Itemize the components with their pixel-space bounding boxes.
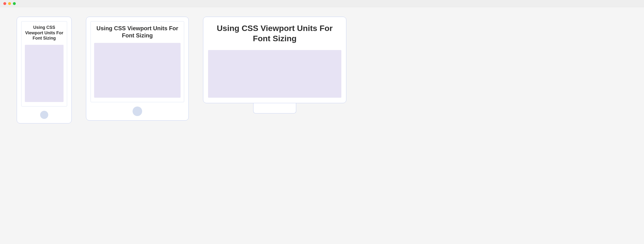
desktop-monitor-stand-icon [253,103,296,114]
tablet-headline: Using CSS Viewport Units For Font Sizing [94,25,180,39]
desktop-content-placeholder [208,50,341,98]
desktop-monitor: Using CSS Viewport Units For Font Sizing [203,17,346,103]
window-chrome [0,0,644,7]
phone-screen: Using CSS Viewport Units For Font Sizing [21,21,67,107]
window-close-icon[interactable] [3,2,6,5]
phone-headline: Using CSS Viewport Units For Font Sizing [25,25,64,41]
window-minimize-icon[interactable] [8,2,11,5]
tablet-home-button-icon [132,107,142,116]
device-desktop: Using CSS Viewport Units For Font Sizing [203,17,346,114]
desktop-headline: Using CSS Viewport Units For Font Sizing [208,22,341,43]
desktop-screen: Using CSS Viewport Units For Font Sizing [208,22,341,98]
phone-home-button-icon [40,111,48,119]
diagram-canvas: Using CSS Viewport Units For Font Sizing… [0,7,644,133]
tablet-content-placeholder [94,43,180,98]
device-phone: Using CSS Viewport Units For Font Sizing [17,17,72,123]
phone-content-placeholder [25,45,64,102]
device-tablet: Using CSS Viewport Units For Font Sizing [86,17,189,121]
window-zoom-icon[interactable] [13,2,16,5]
tablet-screen: Using CSS Viewport Units For Font Sizing [90,21,184,102]
